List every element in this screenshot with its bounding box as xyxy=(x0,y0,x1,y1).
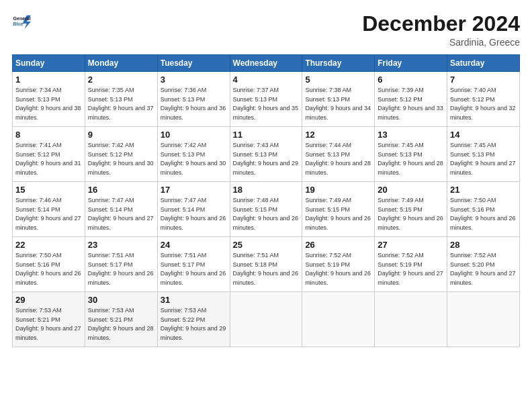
svg-text:General: General xyxy=(13,16,31,21)
day-number: 1 xyxy=(15,75,82,85)
day-number: 9 xyxy=(88,130,154,140)
day-number: 27 xyxy=(378,240,444,250)
day-number: 29 xyxy=(15,295,82,305)
table-cell: 31 Sunrise: 7:53 AMSunset: 5:22 PMDaylig… xyxy=(157,292,230,347)
day-info: Sunrise: 7:45 AMSunset: 5:13 PMDaylight:… xyxy=(450,142,516,176)
table-cell: 2 Sunrise: 7:35 AMSunset: 5:13 PMDayligh… xyxy=(85,72,157,127)
day-number: 10 xyxy=(161,130,227,140)
day-info: Sunrise: 7:50 AMSunset: 5:16 PMDaylight:… xyxy=(15,252,81,286)
day-number: 26 xyxy=(305,240,371,250)
table-cell: 20 Sunrise: 7:49 AMSunset: 5:15 PMDaylig… xyxy=(375,182,447,237)
table-cell: 15 Sunrise: 7:46 AMSunset: 5:14 PMDaylig… xyxy=(13,182,85,237)
day-number: 11 xyxy=(233,130,300,140)
day-number: 16 xyxy=(88,185,154,195)
day-number: 13 xyxy=(378,130,444,140)
table-cell: 9 Sunrise: 7:42 AMSunset: 5:12 PMDayligh… xyxy=(85,127,157,182)
table-cell: 10 Sunrise: 7:42 AMSunset: 5:13 PMDaylig… xyxy=(157,127,230,182)
day-number: 19 xyxy=(305,185,371,195)
day-info: Sunrise: 7:43 AMSunset: 5:13 PMDaylight:… xyxy=(233,142,299,176)
day-info: Sunrise: 7:35 AMSunset: 5:13 PMDaylight:… xyxy=(88,87,154,121)
day-info: Sunrise: 7:49 AMSunset: 5:15 PMDaylight:… xyxy=(305,197,371,231)
day-info: Sunrise: 7:53 AMSunset: 5:22 PMDaylight:… xyxy=(161,307,226,341)
day-info: Sunrise: 7:51 AMSunset: 5:18 PMDaylight:… xyxy=(233,252,299,286)
calendar: Sunday Monday Tuesday Wednesday Thursday… xyxy=(12,54,520,347)
table-cell: 8 Sunrise: 7:41 AMSunset: 5:12 PMDayligh… xyxy=(13,127,85,182)
day-number: 6 xyxy=(378,75,444,85)
svg-text:Blue: Blue xyxy=(13,21,24,26)
logo-icon: General Blue xyxy=(12,12,31,31)
table-cell: 23 Sunrise: 7:51 AMSunset: 5:17 PMDaylig… xyxy=(85,237,157,292)
day-info: Sunrise: 7:52 AMSunset: 5:20 PMDaylight:… xyxy=(450,252,516,286)
table-cell xyxy=(302,292,375,347)
day-info: Sunrise: 7:37 AMSunset: 5:13 PMDaylight:… xyxy=(233,87,299,121)
day-info: Sunrise: 7:49 AMSunset: 5:15 PMDaylight:… xyxy=(378,197,443,231)
day-info: Sunrise: 7:41 AMSunset: 5:12 PMDaylight:… xyxy=(15,142,81,176)
table-cell: 22 Sunrise: 7:50 AMSunset: 5:16 PMDaylig… xyxy=(13,237,85,292)
day-info: Sunrise: 7:48 AMSunset: 5:15 PMDaylight:… xyxy=(233,197,299,231)
day-number: 28 xyxy=(450,240,517,250)
table-cell: 14 Sunrise: 7:45 AMSunset: 5:13 PMDaylig… xyxy=(447,127,520,182)
header-thursday: Thursday xyxy=(302,55,375,72)
title-block: December 2024 Sardinia, Greece xyxy=(362,12,520,48)
table-cell: 6 Sunrise: 7:39 AMSunset: 5:12 PMDayligh… xyxy=(375,72,447,127)
week-row-3: 15 Sunrise: 7:46 AMSunset: 5:14 PMDaylig… xyxy=(13,182,520,237)
table-cell: 1 Sunrise: 7:34 AMSunset: 5:13 PMDayligh… xyxy=(13,72,85,127)
day-info: Sunrise: 7:34 AMSunset: 5:13 PMDaylight:… xyxy=(15,87,81,121)
week-row-4: 22 Sunrise: 7:50 AMSunset: 5:16 PMDaylig… xyxy=(13,237,520,292)
location: Sardinia, Greece xyxy=(362,37,520,48)
day-number: 22 xyxy=(15,240,82,250)
day-info: Sunrise: 7:38 AMSunset: 5:13 PMDaylight:… xyxy=(305,87,371,121)
day-number: 2 xyxy=(88,75,154,85)
header-sunday: Sunday xyxy=(13,55,85,72)
day-info: Sunrise: 7:44 AMSunset: 5:13 PMDaylight:… xyxy=(305,142,371,176)
day-number: 4 xyxy=(233,75,300,85)
table-cell: 7 Sunrise: 7:40 AMSunset: 5:12 PMDayligh… xyxy=(447,72,520,127)
weekday-header-row: Sunday Monday Tuesday Wednesday Thursday… xyxy=(13,55,520,72)
header-monday: Monday xyxy=(85,55,157,72)
day-number: 31 xyxy=(161,295,227,305)
table-cell xyxy=(230,292,302,347)
table-cell: 17 Sunrise: 7:47 AMSunset: 5:14 PMDaylig… xyxy=(157,182,230,237)
table-cell: 27 Sunrise: 7:52 AMSunset: 5:19 PMDaylig… xyxy=(375,237,447,292)
day-number: 12 xyxy=(305,130,371,140)
table-cell: 3 Sunrise: 7:36 AMSunset: 5:13 PMDayligh… xyxy=(157,72,230,127)
day-number: 23 xyxy=(88,240,154,250)
table-cell: 30 Sunrise: 7:53 AMSunset: 5:21 PMDaylig… xyxy=(85,292,157,347)
day-info: Sunrise: 7:53 AMSunset: 5:21 PMDaylight:… xyxy=(15,307,81,341)
header: General Blue December 2024 Sardinia, Gre… xyxy=(12,12,520,48)
day-info: Sunrise: 7:50 AMSunset: 5:16 PMDaylight:… xyxy=(450,197,516,231)
header-tuesday: Tuesday xyxy=(157,55,230,72)
day-info: Sunrise: 7:53 AMSunset: 5:21 PMDaylight:… xyxy=(88,307,154,341)
page: General Blue December 2024 Sardinia, Gre… xyxy=(0,0,532,411)
day-number: 30 xyxy=(88,295,154,305)
day-number: 25 xyxy=(233,240,300,250)
table-cell: 11 Sunrise: 7:43 AMSunset: 5:13 PMDaylig… xyxy=(230,127,302,182)
month-title: December 2024 xyxy=(362,12,520,36)
day-number: 14 xyxy=(450,130,517,140)
table-cell: 28 Sunrise: 7:52 AMSunset: 5:20 PMDaylig… xyxy=(447,237,520,292)
day-number: 5 xyxy=(305,75,371,85)
table-cell: 19 Sunrise: 7:49 AMSunset: 5:15 PMDaylig… xyxy=(302,182,375,237)
day-number: 3 xyxy=(161,75,227,85)
header-wednesday: Wednesday xyxy=(230,55,302,72)
week-row-5: 29 Sunrise: 7:53 AMSunset: 5:21 PMDaylig… xyxy=(13,292,520,347)
day-info: Sunrise: 7:39 AMSunset: 5:12 PMDaylight:… xyxy=(378,87,443,121)
day-info: Sunrise: 7:52 AMSunset: 5:19 PMDaylight:… xyxy=(305,252,371,286)
day-info: Sunrise: 7:47 AMSunset: 5:14 PMDaylight:… xyxy=(88,197,154,231)
table-cell: 24 Sunrise: 7:51 AMSunset: 5:17 PMDaylig… xyxy=(157,237,230,292)
day-info: Sunrise: 7:42 AMSunset: 5:13 PMDaylight:… xyxy=(161,142,226,176)
day-info: Sunrise: 7:42 AMSunset: 5:12 PMDaylight:… xyxy=(88,142,154,176)
day-info: Sunrise: 7:46 AMSunset: 5:14 PMDaylight:… xyxy=(15,197,81,231)
day-info: Sunrise: 7:36 AMSunset: 5:13 PMDaylight:… xyxy=(161,87,226,121)
logo: General Blue xyxy=(12,12,31,31)
day-info: Sunrise: 7:51 AMSunset: 5:17 PMDaylight:… xyxy=(88,252,154,286)
day-number: 24 xyxy=(161,240,227,250)
day-number: 21 xyxy=(450,185,517,195)
table-cell: 26 Sunrise: 7:52 AMSunset: 5:19 PMDaylig… xyxy=(302,237,375,292)
day-info: Sunrise: 7:47 AMSunset: 5:14 PMDaylight:… xyxy=(161,197,226,231)
day-info: Sunrise: 7:45 AMSunset: 5:13 PMDaylight:… xyxy=(378,142,443,176)
day-number: 18 xyxy=(233,185,300,195)
day-number: 20 xyxy=(378,185,444,195)
day-number: 17 xyxy=(161,185,227,195)
table-cell: 12 Sunrise: 7:44 AMSunset: 5:13 PMDaylig… xyxy=(302,127,375,182)
